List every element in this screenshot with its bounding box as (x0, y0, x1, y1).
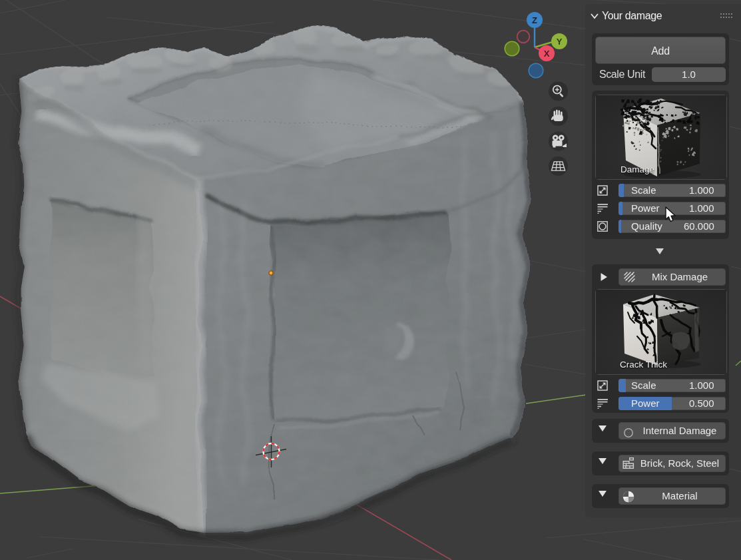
svg-text:Y: Y (557, 37, 563, 47)
svg-text:Z: Z (532, 15, 537, 25)
svg-text:X: X (544, 49, 550, 59)
